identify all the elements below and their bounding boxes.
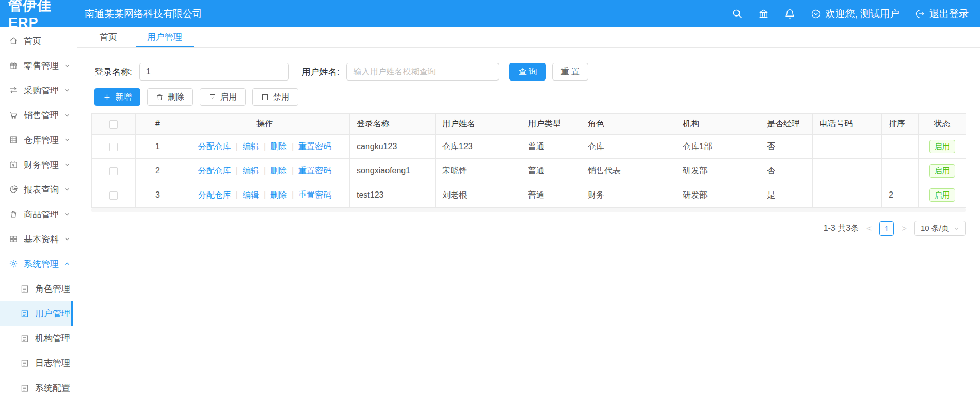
- user-table: # 操作 登录名称 用户姓名 用户类型 角色 机构 是否经理 电话号码 排序 状…: [91, 113, 966, 208]
- sidebar-subitem-user-management[interactable]: 用户管理: [0, 301, 73, 326]
- edit-link[interactable]: 编辑: [243, 166, 259, 175]
- row-checkbox[interactable]: [109, 191, 118, 200]
- cell-organization: 仓库1部: [676, 135, 760, 159]
- query-button[interactable]: 查 询: [509, 63, 545, 81]
- sidebar-subitem-log-management[interactable]: 日志管理: [0, 350, 77, 375]
- sidebar-item-retail[interactable]: 零售管理: [0, 53, 77, 78]
- cell-login-name: songxiaofeng1: [350, 159, 436, 183]
- user-name-input[interactable]: [346, 63, 499, 81]
- sidebar-item-label: 基本资料: [24, 233, 59, 245]
- sidebar-item-home[interactable]: 首页: [0, 28, 77, 53]
- op-separator: |: [264, 190, 266, 199]
- app-logo[interactable]: 管伊佳ERP: [8, 0, 76, 31]
- delete-link[interactable]: 删除: [270, 142, 287, 151]
- sidebar-item-label: 销售管理: [24, 109, 59, 121]
- add-button[interactable]: 新增: [94, 88, 140, 106]
- sidebar-item-purchase[interactable]: 采购管理: [0, 78, 77, 103]
- cell-phone: [813, 183, 882, 208]
- enable-button[interactable]: 启用: [200, 88, 246, 106]
- assign-warehouse-link[interactable]: 分配仓库: [198, 142, 231, 151]
- edit-link[interactable]: 编辑: [243, 190, 259, 199]
- sidebar-subitem-org-management[interactable]: 机构管理: [0, 326, 77, 350]
- reset-button[interactable]: 重 置: [552, 63, 588, 81]
- bell-icon[interactable]: [784, 8, 795, 19]
- assign-warehouse-link[interactable]: 分配仓库: [198, 190, 231, 199]
- user-name-label: 用户姓名:: [302, 66, 340, 78]
- delete-button-label: 删除: [168, 92, 184, 103]
- sidebar-item-products[interactable]: 商品管理: [0, 202, 77, 227]
- user-management-page: 登录名称: 用户姓名: 查 询 重 置 新增 删除 启用: [77, 48, 980, 399]
- status-badge[interactable]: 启用: [929, 188, 955, 202]
- delete-button[interactable]: 删除: [147, 88, 193, 106]
- logout-button[interactable]: 退出登录: [915, 7, 969, 21]
- cell-user-name: 仓库123: [436, 135, 521, 159]
- next-page-button[interactable]: >: [901, 224, 908, 234]
- col-status: 状态: [919, 114, 966, 135]
- storage-icon: [9, 135, 18, 145]
- table-toolbar: 新增 删除 启用 禁用: [91, 88, 966, 106]
- cell-index: 3: [136, 183, 180, 208]
- search-icon[interactable]: [732, 8, 743, 19]
- chevron-down-circle-icon: [811, 9, 821, 19]
- sidebar-subitem-system-config[interactable]: 系统配置: [0, 375, 77, 399]
- disable-button[interactable]: 禁用: [252, 88, 298, 106]
- chevron-down-icon: [64, 87, 70, 93]
- sidebar-item-system[interactable]: 系统管理: [0, 251, 77, 276]
- trash-icon: [156, 93, 164, 101]
- plus-icon: [103, 93, 111, 101]
- add-button-label: 新增: [115, 92, 132, 103]
- cell-sort: 2: [882, 183, 919, 208]
- sidebar-item-label: 零售管理: [24, 60, 59, 72]
- sidebar-item-label: 用户管理: [35, 308, 70, 320]
- horizontal-scrollbar[interactable]: [91, 208, 966, 212]
- delete-link[interactable]: 删除: [270, 190, 287, 199]
- status-badge[interactable]: 启用: [929, 164, 955, 178]
- swap-icon: [9, 86, 18, 95]
- sidebar-item-label: 机构管理: [35, 332, 70, 344]
- disable-button-label: 禁用: [273, 92, 290, 103]
- topbar: 管伊佳ERP 南通某某网络科技有限公司 欢迎您, 测试用户 退出登录: [0, 0, 980, 27]
- reset-password-link[interactable]: 重置密码: [298, 142, 331, 151]
- edit-link[interactable]: 编辑: [243, 142, 259, 151]
- chevron-down-icon: [64, 62, 70, 69]
- login-name-input[interactable]: [139, 63, 289, 81]
- sidebar-item-warehouse[interactable]: 仓库管理: [0, 127, 77, 152]
- current-page-button[interactable]: 1: [879, 221, 894, 236]
- tab-user-management[interactable]: 用户管理: [136, 27, 194, 47]
- reset-password-link[interactable]: 重置密码: [298, 166, 331, 175]
- delete-link[interactable]: 删除: [270, 166, 287, 175]
- assign-warehouse-link[interactable]: 分配仓库: [198, 166, 231, 175]
- user-menu[interactable]: 欢迎您, 测试用户: [811, 7, 899, 21]
- status-badge[interactable]: 启用: [929, 140, 955, 153]
- bank-icon[interactable]: [758, 8, 769, 19]
- document-icon: [20, 384, 29, 392]
- sidebar-item-sales[interactable]: 销售管理: [0, 103, 77, 127]
- sidebar: 首页 零售管理 采购管理 销售管理 仓库管理 财务管理: [0, 27, 77, 399]
- sidebar-item-finance[interactable]: 财务管理: [0, 152, 77, 177]
- prev-page-button[interactable]: <: [865, 224, 873, 234]
- document-icon: [20, 309, 29, 318]
- tab-home[interactable]: 首页: [88, 27, 128, 47]
- col-phone: 电话号码: [813, 114, 882, 135]
- cell-operations: 分配仓库|编辑|删除|重置密码: [180, 159, 350, 183]
- gear-icon: [9, 259, 18, 268]
- chevron-down-icon: [64, 137, 70, 143]
- select-all-checkbox[interactable]: [109, 120, 118, 129]
- table-row: 2 分配仓库|编辑|删除|重置密码 songxiaofeng1 宋晓锋 普通 销…: [92, 159, 966, 183]
- row-checkbox[interactable]: [109, 167, 118, 175]
- chevron-down-icon: [64, 186, 70, 193]
- cell-user-name: 宋晓锋: [436, 159, 521, 183]
- logout-icon: [915, 9, 925, 19]
- sidebar-item-basic-data[interactable]: 基本资料: [0, 227, 77, 251]
- sidebar-subitem-role-management[interactable]: 角色管理: [0, 276, 77, 301]
- col-organization: 机构: [676, 114, 760, 135]
- page-size-select[interactable]: 10 条/页: [914, 221, 966, 236]
- sidebar-item-reports[interactable]: 报表查询: [0, 177, 77, 202]
- cell-sort: [882, 135, 919, 159]
- login-name-label: 登录名称:: [94, 66, 132, 78]
- row-checkbox[interactable]: [109, 143, 118, 151]
- logout-label: 退出登录: [929, 7, 969, 21]
- col-login-name: 登录名称: [350, 114, 436, 135]
- reset-password-link[interactable]: 重置密码: [298, 190, 331, 199]
- cell-user-type: 普通: [521, 159, 581, 183]
